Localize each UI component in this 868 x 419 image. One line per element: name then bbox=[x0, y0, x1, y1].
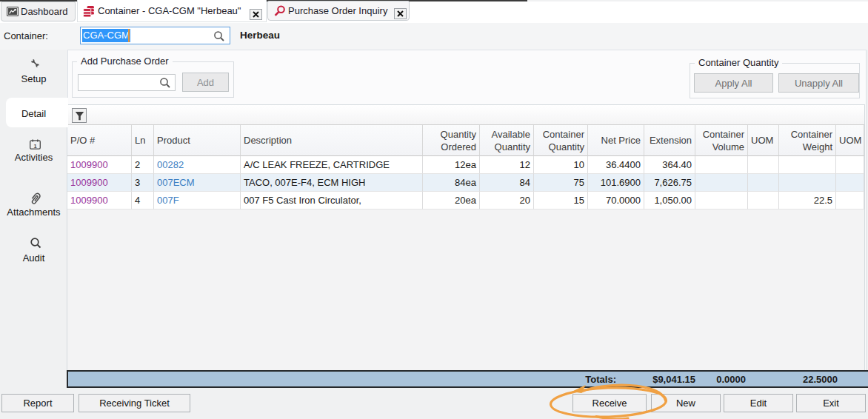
svg-text:1: 1 bbox=[33, 143, 36, 150]
